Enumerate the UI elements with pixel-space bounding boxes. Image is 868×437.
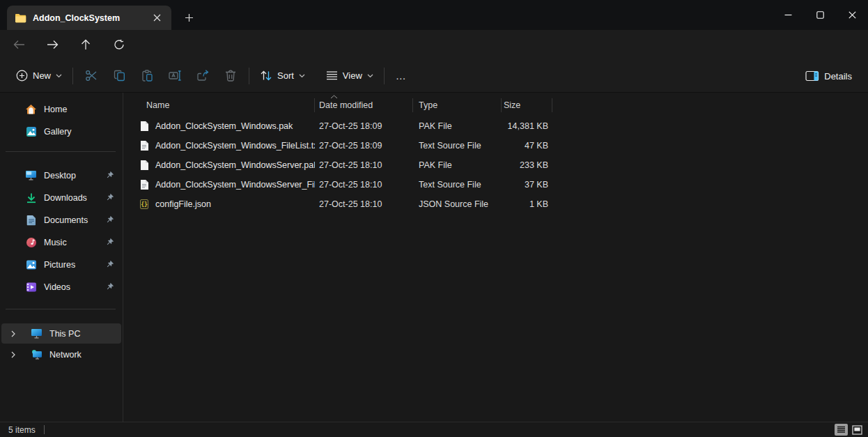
column-header-row: Name Date modified Type Size xyxy=(124,95,868,115)
refresh-button[interactable] xyxy=(107,33,131,56)
minimize-button[interactable] xyxy=(772,0,804,30)
pak-file-icon xyxy=(139,160,150,171)
toolbar-divider xyxy=(72,68,73,84)
file-size: 37 KB xyxy=(502,180,552,190)
up-button[interactable] xyxy=(74,33,98,56)
sidebar-item-label: Home xyxy=(44,105,121,114)
icons-view-toggle-button[interactable] xyxy=(851,424,864,436)
titlebar: Addon_ClockSystem xyxy=(0,0,868,30)
pin-icon xyxy=(105,171,114,180)
file-type: PAK File xyxy=(413,160,502,170)
file-name: configFile.json xyxy=(155,199,211,209)
file-size: 14,381 KB xyxy=(502,121,552,131)
new-button[interactable]: New xyxy=(10,66,68,86)
pin-icon xyxy=(105,260,114,269)
column-header-type[interactable]: Type xyxy=(413,95,502,115)
paste-button[interactable] xyxy=(133,63,161,89)
sidebar-item-desktop[interactable]: Desktop xyxy=(1,165,121,185)
file-explorer-window: Addon_ClockSystem xyxy=(0,0,868,437)
maximize-button[interactable] xyxy=(804,0,836,30)
new-plus-icon xyxy=(16,70,28,82)
more-options-button[interactable]: … xyxy=(389,70,414,82)
chevron-down-icon xyxy=(299,74,305,78)
back-button[interactable] xyxy=(7,33,31,56)
expand-chevron-icon[interactable] xyxy=(7,330,20,337)
file-name: Addon_ClockSystem_WindowsServer.pak xyxy=(155,160,315,170)
toolbar-divider xyxy=(384,68,385,84)
sort-button[interactable]: Sort xyxy=(254,66,311,86)
sidebar-item-downloads[interactable]: Downloads xyxy=(1,187,121,208)
sidebar-item-network[interactable]: Network xyxy=(1,344,121,365)
share-button[interactable] xyxy=(189,63,217,89)
sidebar-item-label: This PC xyxy=(49,329,121,339)
file-row[interactable]: {} configFile.json 27-Oct-25 18:10 JSON … xyxy=(124,194,868,214)
pin-icon xyxy=(105,282,114,291)
this-pc-monitor-icon xyxy=(31,328,42,339)
json-file-icon: {} xyxy=(139,199,150,210)
file-list-area: Name Date modified Type Size Addon_Clock… xyxy=(124,93,868,422)
tab-close-button[interactable] xyxy=(148,9,166,27)
status-bar: 5 items xyxy=(0,422,868,437)
new-tab-button[interactable] xyxy=(178,7,199,28)
file-date-modified: 27-Oct-25 18:10 xyxy=(315,160,413,170)
sidebar-divider xyxy=(6,309,116,309)
column-header-size[interactable]: Size xyxy=(502,95,552,115)
sidebar-item-videos[interactable]: Videos xyxy=(1,277,121,297)
sidebar-item-gallery[interactable]: Gallery xyxy=(1,121,121,141)
sidebar-divider xyxy=(6,151,116,152)
chevron-down-icon xyxy=(367,74,373,78)
file-date-modified: 27-Oct-25 18:10 xyxy=(315,180,413,190)
items-count: 5 items xyxy=(8,425,36,435)
status-divider xyxy=(44,425,45,434)
details-pane-button[interactable]: Details xyxy=(799,66,858,86)
column-header-date-modified[interactable]: Date modified xyxy=(315,95,413,115)
file-date-modified: 27-Oct-25 18:10 xyxy=(315,199,413,209)
pin-icon xyxy=(105,193,114,202)
forward-button[interactable] xyxy=(40,33,64,56)
file-row[interactable]: Addon_ClockSystem_Windows.pak 27-Oct-25 … xyxy=(124,116,868,136)
file-row[interactable]: Addon_ClockSystem_WindowsServer.pak 27-O… xyxy=(124,155,868,175)
sidebar-item-music[interactable]: Music xyxy=(1,232,121,252)
close-button[interactable] xyxy=(836,0,868,30)
details-view-toggle-button[interactable] xyxy=(835,424,848,436)
downloads-icon xyxy=(25,192,37,204)
sort-button-label: Sort xyxy=(277,70,294,81)
sidebar-item-label: Videos xyxy=(44,282,98,292)
expand-chevron-icon[interactable] xyxy=(7,351,20,358)
pin-icon xyxy=(105,238,114,247)
pin-icon xyxy=(105,215,114,224)
copy-button[interactable] xyxy=(105,63,133,89)
home-icon xyxy=(25,103,37,115)
file-row[interactable]: Addon_ClockSystem_WindowsServer_Fil... 2… xyxy=(124,175,868,194)
pictures-icon xyxy=(25,259,37,270)
sidebar-item-documents[interactable]: Documents xyxy=(1,210,121,230)
documents-icon xyxy=(25,214,37,226)
sidebar-item-label: Gallery xyxy=(44,127,121,137)
column-header-name[interactable]: Name xyxy=(137,95,315,115)
column-separator[interactable] xyxy=(552,98,552,112)
chevron-down-icon xyxy=(56,74,62,78)
sort-icon xyxy=(260,70,272,82)
sidebar-item-home[interactable]: Home xyxy=(1,99,121,119)
cut-button[interactable] xyxy=(77,63,105,89)
folder-icon xyxy=(15,13,26,23)
sidebar-item-label: Pictures xyxy=(44,260,98,270)
view-button[interactable]: View xyxy=(320,66,380,85)
file-type: JSON Source File xyxy=(413,199,502,209)
gallery-icon xyxy=(25,125,37,137)
pak-file-icon xyxy=(139,121,150,132)
file-size: 47 KB xyxy=(502,141,552,151)
sidebar-item-pictures[interactable]: Pictures xyxy=(1,254,121,275)
file-row[interactable]: Addon_ClockSystem_Windows_FileList.txt 2… xyxy=(124,136,868,155)
desktop-icon xyxy=(25,169,37,181)
delete-button[interactable] xyxy=(217,63,245,89)
rename-button[interactable] xyxy=(161,63,189,89)
sidebar-item-this-pc[interactable]: This PC xyxy=(1,323,121,344)
file-name: Addon_ClockSystem_WindowsServer_Fil... xyxy=(155,180,315,190)
file-date-modified: 27-Oct-25 18:09 xyxy=(315,121,413,131)
sidebar-item-label: Downloads xyxy=(44,193,98,203)
sidebar-item-label: Music xyxy=(44,238,98,247)
explorer-tab[interactable]: Addon_ClockSystem xyxy=(7,6,171,30)
window-controls xyxy=(772,0,868,30)
sidebar-item-label: Network xyxy=(49,350,121,360)
